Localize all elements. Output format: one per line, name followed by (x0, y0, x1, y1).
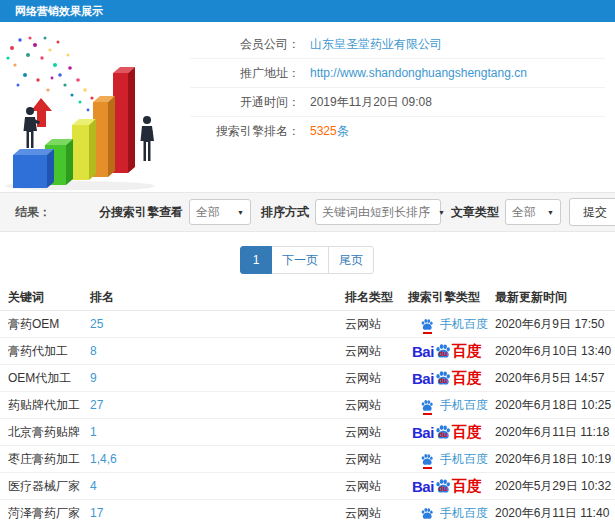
rank-cell[interactable]: 9 (90, 371, 345, 385)
info-row-company: 会员公司： 山东皇圣堂药业有限公司 (190, 30, 605, 59)
bar-yellow (72, 119, 96, 180)
article-type-label: 文章类型 (451, 204, 499, 221)
table-row: 医疗器械厂家 4 云网站 Baidu百度 2020年5月29日 10:32 (0, 473, 615, 500)
rank-type-cell: 云网站 (345, 370, 408, 387)
updated-time-cell: 2020年6月5日 14:57 (495, 370, 615, 387)
engine-filter-label: 分搜索引擎查看 (99, 204, 183, 221)
keyword-cell: 北京膏药贴牌 (8, 424, 90, 441)
updated-time-cell: 2020年6月10日 13:40 (495, 343, 615, 360)
updated-time-cell: 2020年6月18日 10:25 (495, 397, 615, 414)
updated-time-cell: 2020年6月9日 17:50 (495, 316, 615, 333)
article-type-select[interactable]: 全部 ▼ (505, 199, 561, 225)
keyword-cell: 医疗器械厂家 (8, 478, 90, 495)
filter-bar: 结果： 分搜索引擎查看 全部 ▼ 排序方式 关键词由短到长排序 ▼ 文章类型 全… (0, 192, 615, 232)
promotion-url-link[interactable]: http://www.shandonghuangshengtang.cn (310, 66, 527, 80)
search-engine-cell: Baidu百度 (408, 342, 495, 361)
company-label: 会员公司： (190, 36, 300, 53)
rank-count-unit: 条 (337, 124, 349, 138)
title-bar: 网络营销效果展示 (0, 0, 615, 22)
mobile-baidu-logo-icon: 手机百度 (420, 316, 488, 333)
page-button-next[interactable]: 下一页 (271, 246, 329, 274)
keyword-ranking-table: 关键词排名排名类型搜索引擎类型最新更新时间 膏药OEM 25 云网站 手机百度 … (0, 284, 615, 520)
search-engine-cell: Baidu百度 (408, 477, 495, 496)
keyword-cell: 枣庄膏药加工 (8, 451, 90, 468)
updated-time-cell: 2020年5月29日 10:32 (495, 478, 615, 495)
submit-button[interactable]: 提交 (569, 198, 615, 226)
search-engine-cell: 手机百度 (408, 316, 495, 333)
column-header: 关键词 (8, 289, 90, 306)
rank-type-cell: 云网站 (345, 478, 408, 495)
sort-filter-select[interactable]: 关键词由短到长排序 ▼ (315, 199, 441, 225)
search-engine-cell: Baidu百度 (408, 369, 495, 388)
updated-time-cell: 2020年6月11日 11:40 (495, 505, 615, 520)
rank-type-cell: 云网站 (345, 343, 408, 360)
businessman-right-figure (141, 116, 155, 161)
table-row: 枣庄膏药加工 1,4,6 云网站 手机百度 2020年6月18日 10:19 (0, 446, 615, 473)
table-row: 北京膏药贴牌 1 云网站 Baidu百度 2020年6月11日 11:18 (0, 419, 615, 446)
company-link[interactable]: 山东皇圣堂药业有限公司 (310, 36, 442, 53)
baidu-logo-icon: Baidu百度 (412, 369, 482, 388)
rank-cell[interactable]: 27 (90, 398, 345, 412)
baidu-logo-icon: Baidu百度 (412, 342, 482, 361)
rank-cell[interactable]: 4 (90, 479, 345, 493)
hero-section: 会员公司： 山东皇圣堂药业有限公司 推广地址： http://www.shand… (0, 22, 615, 190)
filter-controls: 分搜索引擎查看 全部 ▼ 排序方式 关键词由短到长排序 ▼ 文章类型 全部 ▼ … (89, 198, 615, 226)
info-row-open-time: 开通时间： 2019年11月20日 09:08 (190, 88, 605, 117)
member-info-panel: 会员公司： 山东皇圣堂药业有限公司 推广地址： http://www.shand… (190, 30, 615, 190)
updated-time-cell: 2020年6月18日 10:19 (495, 451, 615, 468)
updated-time-cell: 2020年6月11日 11:18 (495, 424, 615, 441)
column-header: 最新更新时间 (495, 289, 615, 306)
engine-filter-select[interactable]: 全部 ▼ (189, 199, 251, 225)
rank-cell[interactable]: 17 (90, 506, 345, 520)
search-engine-cell: 手机百度 (408, 451, 495, 468)
bar-orange (93, 96, 115, 177)
keyword-cell: 菏泽膏药厂家 (8, 505, 90, 520)
chevron-down-icon: ▼ (438, 209, 445, 216)
rank-type-cell: 云网站 (345, 505, 408, 520)
promotion-url-label: 推广地址： (190, 65, 300, 82)
rank-type-cell: 云网站 (345, 397, 408, 414)
keyword-cell: 药贴牌代加工 (8, 397, 90, 414)
chevron-down-icon: ▼ (547, 209, 554, 216)
rank-count-label: 搜索引擎排名： (190, 123, 300, 140)
baidu-logo-icon: Baidu百度 (412, 477, 482, 496)
confetti-dots (6, 36, 104, 119)
bar-blue (13, 149, 54, 188)
open-time-label: 开通时间： (190, 94, 300, 111)
bar-red (113, 67, 135, 173)
mobile-baidu-logo-icon: 手机百度 (420, 397, 488, 414)
info-row-rank-count: 搜索引擎排名： 5325条 (190, 117, 605, 146)
keyword-cell: OEM代加工 (8, 370, 90, 387)
rank-cell[interactable]: 1 (90, 425, 345, 439)
search-engine-cell: Baidu百度 (408, 423, 495, 442)
table-row: 膏药代加工 8 云网站 Baidu百度 2020年6月10日 13:40 (0, 338, 615, 365)
table-row: 菏泽膏药厂家 17 云网站 手机百度 2020年6月11日 11:40 (0, 500, 615, 520)
search-engine-cell: 手机百度 (408, 505, 495, 520)
engine-filter-value: 全部 (196, 204, 220, 221)
column-header: 搜索引擎类型 (408, 289, 495, 306)
info-row-url: 推广地址： http://www.shandonghuangshengtang.… (190, 59, 605, 88)
mobile-baidu-logo-icon: 手机百度 (420, 451, 488, 468)
page-button-last[interactable]: 尾页 (328, 246, 374, 274)
rank-type-cell: 云网站 (345, 424, 408, 441)
open-time-value: 2019年11月20日 09:08 (310, 94, 432, 111)
rank-type-cell: 云网站 (345, 451, 408, 468)
page-button-current[interactable]: 1 (240, 246, 272, 274)
rank-count-number: 5325 (310, 124, 337, 138)
column-header: 排名 (90, 289, 345, 306)
sort-filter-label: 排序方式 (261, 204, 309, 221)
result-label: 结果： (15, 204, 51, 221)
table-row: OEM代加工 9 云网站 Baidu百度 2020年6月5日 14:57 (0, 365, 615, 392)
table-header-row: 关键词排名排名类型搜索引擎类型最新更新时间 (0, 284, 615, 311)
rank-type-cell: 云网站 (345, 316, 408, 333)
page-title: 网络营销效果展示 (15, 5, 103, 17)
rank-cell[interactable]: 8 (90, 344, 345, 358)
bar-chart-illustration (0, 30, 190, 190)
table-row: 膏药OEM 25 云网站 手机百度 2020年6月9日 17:50 (0, 311, 615, 338)
column-header: 排名类型 (345, 289, 408, 306)
rank-count-value: 5325条 (310, 123, 349, 140)
rank-cell[interactable]: 25 (90, 317, 345, 331)
keyword-cell: 膏药OEM (8, 316, 90, 333)
rank-cell[interactable]: 1,4,6 (90, 452, 345, 466)
keyword-cell: 膏药代加工 (8, 343, 90, 360)
